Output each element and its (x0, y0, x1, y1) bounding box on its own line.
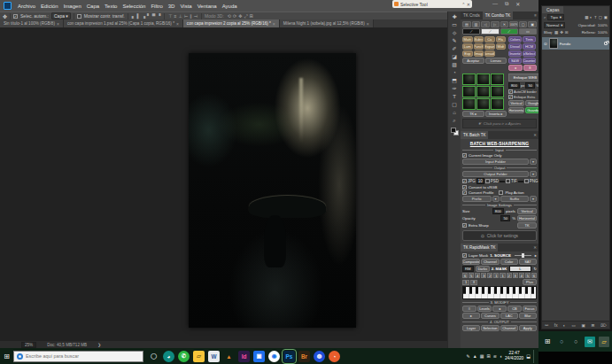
format-checkbox[interactable] (506, 179, 510, 183)
format-option[interactable]: PSD (485, 178, 505, 184)
layer-thumbnail[interactable] (549, 38, 558, 49)
vertical-button[interactable]: Vertical (517, 208, 537, 214)
tk-action-button[interactable]: Lum (462, 43, 473, 50)
tk-action-button[interactable]: Tornado (484, 50, 495, 57)
tk-action-button[interactable]: Expan (484, 43, 495, 50)
tk-action-button[interactable]: Colors (508, 36, 522, 43)
preset-button[interactable]: Darks (476, 266, 490, 272)
layers-panel-tab[interactable]: Capas (542, 6, 563, 13)
tk-action-icon[interactable]: ✕ (500, 21, 509, 27)
format-checkbox[interactable] (485, 179, 490, 183)
tk-action-button[interactable]: 8 (523, 65, 538, 71)
mask-level-button[interactable]: 2 (487, 273, 492, 278)
vlc-icon[interactable]: ▲ (223, 351, 235, 362)
lock-option-icon[interactable]: ⊞ (565, 30, 569, 35)
preset-thumbnail[interactable] (491, 98, 504, 110)
tk-action-button[interactable]: ◂ (508, 65, 523, 71)
tk-action-icon[interactable]: ▤ (462, 21, 471, 27)
layer-filter-icon[interactable]: ◐ (590, 15, 593, 19)
color-swatches[interactable] (451, 128, 459, 136)
tool-icon[interactable]: ✐ (452, 46, 456, 52)
tk-action-button[interactable]: Ca (484, 36, 495, 43)
distribute-icon[interactable]: ⊣ (193, 13, 198, 19)
modify-button[interactable]: Curves (481, 313, 499, 319)
show-transform-checkbox[interactable] (77, 14, 81, 19)
menu-item[interactable]: Filtro (148, 4, 165, 9)
horizontal-button[interactable]: Horizontal (508, 107, 524, 113)
menu-item[interactable]: Capa (84, 4, 102, 9)
preset-thumbnail[interactable] (491, 86, 504, 97)
layer-filter-icon[interactable]: ▣ (604, 15, 608, 19)
firefox-icon[interactable]: ◔ (329, 351, 340, 362)
brush-preset-icon[interactable]: ⟋ (500, 28, 518, 35)
zoom-level[interactable]: 25% (21, 342, 36, 348)
align-icon[interactable]: ▝ (156, 13, 161, 19)
menu-item[interactable]: Edición (38, 4, 61, 9)
extra-sharp-checkbox[interactable] (462, 223, 467, 228)
tk-action-button[interactable]: Tints (523, 36, 536, 43)
preset-nav-button[interactable]: TK ▸ (462, 111, 484, 117)
tool-icon[interactable]: ⟐ (453, 30, 457, 36)
tk-action-button[interactable]: Punch (474, 43, 484, 50)
web-pct-value[interactable]: 50 (525, 82, 535, 89)
start-button[interactable]: ⊞ (542, 337, 553, 347)
modify-button[interactable]: CB (507, 306, 522, 312)
taskbar-clock[interactable]: 22:47 24/4/2020 (505, 351, 523, 360)
source-slider[interactable] (515, 255, 531, 256)
input-folder-dropdown[interactable]: ▾ (530, 159, 537, 165)
autocm-checkbox[interactable] (508, 89, 513, 94)
refresh-icon[interactable]: ↻ (533, 267, 537, 271)
whatsapp-icon[interactable]: ✆ (178, 351, 190, 362)
menu-item[interactable]: Selección (120, 4, 148, 9)
search-input[interactable] (26, 353, 123, 359)
mask-level-button[interactable]: 6 (531, 273, 537, 278)
tool-icon[interactable]: ⌂ (453, 110, 456, 116)
layers-footer-icon[interactable]: ⚯ (545, 323, 548, 328)
panel-tab[interactable]: TK RapidMask TK (461, 244, 498, 252)
mask-level-button[interactable]: 1 (493, 273, 499, 278)
tool-icon[interactable]: ⌕ (453, 118, 455, 124)
opacity-input[interactable]: 50 (500, 215, 510, 221)
format-quality[interactable] (500, 181, 505, 182)
output-button[interactable]: Layer (462, 325, 480, 331)
layer-filter-dropdown[interactable]: Tipo▾ (547, 14, 564, 20)
tool-icon[interactable]: ✎ (452, 38, 456, 44)
menu-item[interactable]: 3D (166, 4, 178, 9)
chrome-icon[interactable]: ◉ (268, 351, 280, 362)
modify-button[interactable]: Focus (523, 306, 537, 312)
mode3d-icon[interactable]: ⊞ (248, 13, 253, 19)
tk-action-button[interactable]: Imag (474, 50, 484, 57)
tk-action-icon[interactable]: ▥ (472, 21, 481, 27)
menu-item[interactable]: Archivo (15, 4, 38, 9)
window-control-button[interactable]: ✕ (515, 1, 520, 7)
tool-icon[interactable]: ▭ (452, 22, 457, 28)
document-image[interactable] (189, 53, 356, 328)
layer-filter-icon[interactable]: T (594, 15, 597, 19)
auto-select-checkbox[interactable] (13, 14, 18, 19)
tk-action-button[interactable]: Midt (496, 43, 507, 50)
suffix-dropdown[interactable]: Suffix (500, 196, 530, 202)
visibility-eye-icon[interactable]: ⊙ (544, 42, 547, 46)
layer-name[interactable]: Fondo (560, 42, 570, 46)
layer-filter-icon[interactable]: ▢ (599, 15, 602, 19)
prefix-dd-icon[interactable]: ▾ (492, 196, 500, 202)
mask-level-button[interactable]: 3 (481, 273, 486, 278)
preset-nav-button[interactable]: Inserta ▸ (485, 111, 507, 117)
cortana-icon[interactable]: ○ (556, 337, 567, 347)
tool-window-controls[interactable]: ⌃ ✕ (461, 2, 472, 7)
status-expand-icon[interactable]: ❯ (97, 343, 101, 347)
menu-item[interactable]: Vista (177, 4, 194, 9)
source-button[interactable]: Color (500, 259, 518, 265)
opacity-value[interactable]: 100% (598, 23, 608, 27)
tk-action-button[interactable]: Fla (496, 36, 507, 43)
panel-tab[interactable]: TK Combo TK (483, 12, 513, 19)
tk-action-button[interactable]: HCM (523, 43, 536, 50)
tk-action-button[interactable]: Aceptar (462, 58, 484, 64)
settings-button[interactable]: ⛭ Click for settings (462, 230, 537, 241)
play-icon[interactable]: ▸ (535, 253, 537, 258)
preset-thumbnail[interactable] (462, 86, 476, 97)
tab-close-icon[interactable]: × (367, 21, 369, 27)
mask-level-button[interactable]: 5 (469, 273, 474, 278)
lock-option-icon[interactable]: ▦ (554, 30, 558, 35)
tray-icon[interactable]: ▲ (473, 353, 477, 359)
